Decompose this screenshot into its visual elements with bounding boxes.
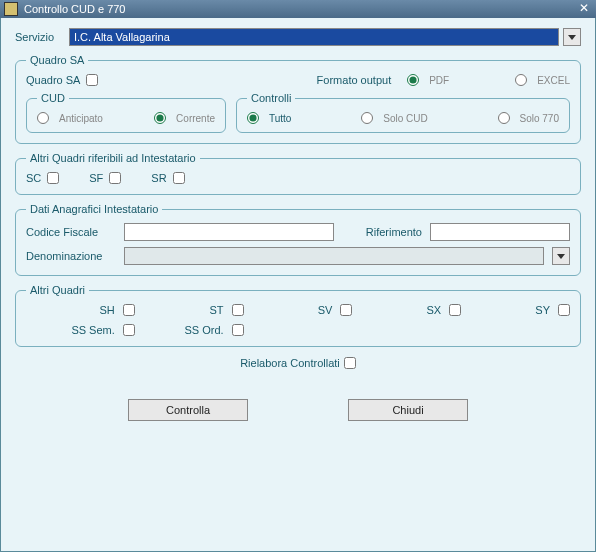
quadro-sa-checkbox-wrap: Quadro SA [26,74,98,86]
quadro-sa-checkbox-label: Quadro SA [26,74,80,86]
quadro-sa-legend: Quadro SA [26,54,88,66]
chiudi-button[interactable]: Chiudi [348,399,468,421]
altri-intestatario-legend: Altri Quadri riferibili ad Intestatario [26,152,200,164]
ssord-checkbox[interactable] [232,324,244,336]
rif-label: Riferimento [352,226,422,238]
controlli-solo770-radio[interactable] [498,112,510,124]
formato-excel-wrap[interactable]: EXCEL [515,74,570,86]
anagrafici-row2: Denominazione [26,247,570,265]
formato-output-label: Formato output [317,74,392,86]
sc-wrap: SC [26,172,59,184]
controlli-legend: Controlli [247,92,295,104]
controlli-options: Tutto Solo CUD Solo 770 [247,112,559,124]
close-icon[interactable]: ✕ [576,2,592,16]
sv-checkbox[interactable] [340,304,352,316]
sssem-checkbox[interactable] [123,324,135,336]
sssem-wrap: SS Sem. [26,324,135,336]
servizio-row: Servizio [15,28,581,46]
controlli-tutto-wrap[interactable]: Tutto [247,112,291,124]
sy-checkbox[interactable] [558,304,570,316]
controlli-solo770-wrap[interactable]: Solo 770 [498,112,559,124]
sf-wrap: SF [89,172,121,184]
cf-input[interactable] [124,223,334,241]
st-wrap: ST [135,304,244,316]
servizio-input[interactable] [69,28,559,46]
altri-quadri-group: Altri Quadri SH ST SV SX SY [15,284,581,347]
window-title: Controllo CUD e 770 [24,3,576,15]
controlli-solo770-label: Solo 770 [520,113,559,124]
sf-checkbox[interactable] [109,172,121,184]
altri-intestatario-row: SC SF SR [26,172,570,184]
sf-label: SF [89,172,103,184]
den-label: Denominazione [26,250,116,262]
controlli-tutto-label: Tutto [269,113,291,124]
sv-wrap: SV [244,304,353,316]
chevron-down-icon [557,254,565,259]
sx-label: SX [427,304,442,316]
button-row: Controlla Chiudi [15,399,581,421]
cud-corrente-label: Corrente [176,113,215,124]
den-dropdown-button[interactable] [552,247,570,265]
sy-label: SY [535,304,550,316]
quadro-sa-top: Quadro SA Formato output PDF EXCEL [26,74,570,86]
cud-anticipato-wrap[interactable]: Anticipato [37,112,103,124]
controlli-solocud-label: Solo CUD [383,113,427,124]
cud-legend: CUD [37,92,69,104]
den-input[interactable] [124,247,544,265]
rielabora-label: Rielabora Controllati [240,357,340,369]
chevron-down-icon [568,35,576,40]
sh-checkbox[interactable] [123,304,135,316]
rielabora-checkbox[interactable] [344,357,356,369]
ssord-wrap: SS Ord. [135,324,244,336]
cud-options: Anticipato Corrente [37,112,215,124]
servizio-combo [69,28,581,46]
formato-pdf-wrap[interactable]: PDF [407,74,449,86]
sssem-label: SS Sem. [71,324,114,336]
anagrafici-row1: Codice Fiscale Riferimento [26,223,570,241]
anagrafici-group: Dati Anagrafici Intestatario Codice Fisc… [15,203,581,276]
sr-checkbox[interactable] [173,172,185,184]
cud-group: CUD Anticipato Corrente [26,92,226,133]
formato-output-wrap: Formato output PDF EXCEL [317,74,570,86]
st-checkbox[interactable] [232,304,244,316]
sx-checkbox[interactable] [449,304,461,316]
sr-wrap: SR [151,172,184,184]
cf-label: Codice Fiscale [26,226,116,238]
st-label: ST [210,304,224,316]
sv-label: SV [318,304,333,316]
formato-pdf-label: PDF [429,75,449,86]
sr-label: SR [151,172,166,184]
sc-label: SC [26,172,41,184]
sh-wrap: SH [26,304,135,316]
anagrafici-legend: Dati Anagrafici Intestatario [26,203,162,215]
cud-corrente-radio[interactable] [154,112,166,124]
ssord-label: SS Ord. [184,324,223,336]
sx-wrap: SX [352,304,461,316]
rif-input[interactable] [430,223,570,241]
title-bar: Controllo CUD e 770 ✕ [0,0,596,18]
rielabora-row: Rielabora Controllati [15,357,581,369]
controlli-solocud-radio[interactable] [361,112,373,124]
cud-anticipato-radio[interactable] [37,112,49,124]
altri-intestatario-group: Altri Quadri riferibili ad Intestatario … [15,152,581,195]
controlli-tutto-radio[interactable] [247,112,259,124]
content-panel: Servizio Quadro SA Quadro SA Formato out… [0,18,596,552]
quadro-sa-checkbox[interactable] [86,74,98,86]
altri-quadri-grid: SH ST SV SX SY SS Sem. [26,304,570,336]
cud-anticipato-label: Anticipato [59,113,103,124]
sc-checkbox[interactable] [47,172,59,184]
formato-excel-label: EXCEL [537,75,570,86]
sh-label: SH [100,304,115,316]
controlli-solocud-wrap[interactable]: Solo CUD [361,112,427,124]
sy-wrap: SY [461,304,570,316]
controlli-group: Controlli Tutto Solo CUD Solo 770 [236,92,570,133]
formato-pdf-radio[interactable] [407,74,419,86]
system-icon [4,2,18,16]
quadro-sa-sub: CUD Anticipato Corrente Controlli [26,92,570,133]
cud-corrente-wrap[interactable]: Corrente [154,112,215,124]
formato-excel-radio[interactable] [515,74,527,86]
servizio-label: Servizio [15,31,69,43]
servizio-dropdown-button[interactable] [563,28,581,46]
controlla-button[interactable]: Controlla [128,399,248,421]
altri-quadri-legend: Altri Quadri [26,284,89,296]
